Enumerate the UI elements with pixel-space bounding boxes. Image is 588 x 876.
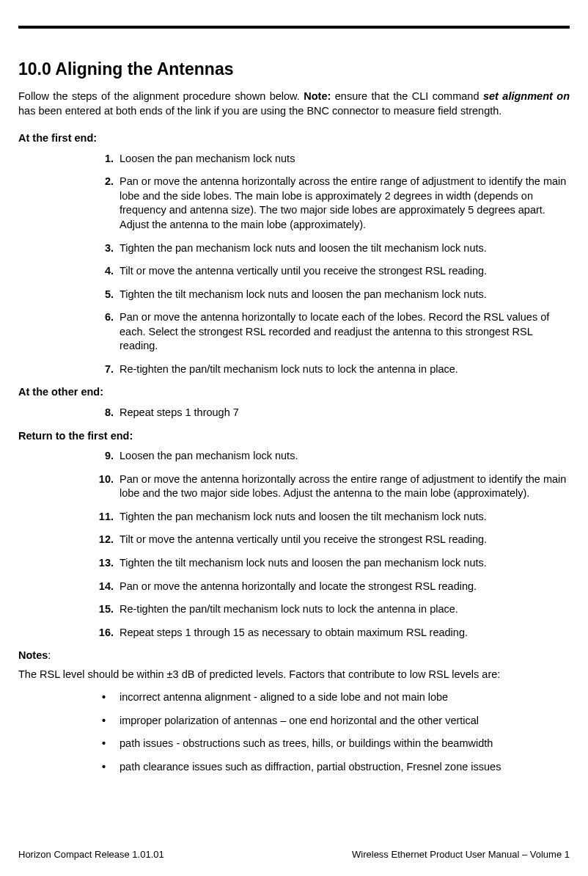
step-text: Tilt or move the antenna vertically unti… [120,533,487,545]
step-15: 15.Re-tighten the pan/tilt mechanism loc… [99,602,570,617]
notes-bullets: incorrect antenna alignment - aligned to… [18,690,570,774]
step-7: 7.Re-tighten the pan/tilt mechanism lock… [99,362,570,377]
step-number: 9. [93,449,114,464]
step-2: 2.Pan or move the antenna horizontally a… [99,175,570,232]
step-text: Pan or move the antenna horizontally acr… [120,175,566,230]
step-text: Repeat steps 1 through 15 as necessary t… [120,627,468,638]
step-5: 5.Tighten the tilt mechanism lock nuts a… [99,288,570,302]
subhead-other-end: At the other end: [18,385,570,400]
step-9: 9.Loosen the pan mechanism lock nuts. [99,449,570,464]
step-3: 3.Tighten the pan mechanism lock nuts an… [99,241,570,256]
step-4: 4.Tilt or move the antenna vertically un… [99,264,570,279]
step-11: 11.Tighten the pan mechanism lock nuts a… [99,510,570,525]
footer-right: Wireless Ethernet Product User Manual – … [352,848,570,861]
steps-return-first: 9.Loosen the pan mechanism lock nuts. 10… [18,449,570,640]
step-text: Tighten the pan mechanism lock nuts and … [120,511,487,522]
notes-colon: : [48,649,51,661]
step-text: Tighten the pan mechanism lock nuts and … [120,242,487,254]
bullet-3: path issues - obstructions such as trees… [99,737,570,751]
bullet-4: path clearance issues such as diffractio… [99,760,570,775]
notes-intro: The RSL level should be within ±3 dB of … [18,668,570,682]
step-text: Loosen the pan mechanism lock nuts. [120,450,298,461]
subhead-first-end: At the first end: [18,131,570,146]
intro-text-b: ensure that the CLI command [331,90,483,102]
step-text: Re-tighten the pan/tilt mechanism lock n… [120,363,458,375]
step-text: Tighten the tilt mechanism lock nuts and… [120,557,487,569]
step-text: Re-tighten the pan/tilt mechanism lock n… [120,603,458,615]
step-text: Tilt or move the antenna vertically unti… [120,265,487,277]
step-number: 11. [93,510,114,525]
step-text: Repeat steps 1 through 7 [120,406,239,418]
page-footer: Horizon Compact Release 1.01.01 Wireless… [18,848,570,861]
bullet-1: incorrect antenna alignment - aligned to… [99,690,570,705]
step-12: 12.Tilt or move the antenna vertically u… [99,533,570,547]
footer-left: Horizon Compact Release 1.01.01 [18,848,164,861]
step-8: 8.Repeat steps 1 through 7 [99,406,570,420]
steps-first-end: 1.Loosen the pan mechanism lock nuts 2.P… [18,152,570,377]
step-number: 13. [93,556,114,571]
cli-command: set alignment on [483,90,570,102]
top-rule [18,26,570,29]
step-14: 14.Pan or move the antenna horizontally … [99,580,570,594]
step-number: 10. [93,472,114,487]
step-number: 16. [93,626,114,640]
step-number: 8. [93,406,114,420]
step-16: 16.Repeat steps 1 through 15 as necessar… [99,626,570,640]
step-text: Loosen the pan mechanism lock nuts [120,153,295,164]
step-number: 7. [93,362,114,377]
step-number: 4. [93,264,114,279]
notes-heading: Notes: [18,649,570,663]
step-text: Pan or move the antenna horizontally acr… [120,473,566,500]
step-number: 2. [93,175,114,189]
bullet-2: improper polarization of antennas – one … [99,714,570,729]
step-number: 14. [93,580,114,594]
note-label: Note: [304,90,331,102]
step-number: 15. [93,602,114,617]
step-13: 13.Tighten the tilt mechanism lock nuts … [99,556,570,571]
step-text: Pan or move the antenna horizontally and… [120,580,477,592]
subhead-return-first: Return to the first end: [18,429,570,444]
step-text: Pan or move the antenna horizontally to … [120,311,549,351]
intro-paragraph: Follow the steps of the alignment proced… [18,90,570,118]
step-text: Tighten the tilt mechanism lock nuts and… [120,288,487,300]
intro-text-c: has been entered at both ends of the lin… [18,105,501,117]
step-6: 6.Pan or move the antenna horizontally t… [99,310,570,354]
step-number: 3. [93,241,114,256]
steps-other-end: 8.Repeat steps 1 through 7 [18,406,570,420]
step-10: 10.Pan or move the antenna horizontally … [99,472,570,501]
page-title: 10.0 Aligning the Antennas [18,58,570,81]
step-number: 5. [93,288,114,302]
intro-text-a: Follow the steps of the alignment proced… [18,90,304,102]
step-number: 6. [93,310,114,325]
step-1: 1.Loosen the pan mechanism lock nuts [99,152,570,167]
step-number: 1. [93,152,114,167]
step-number: 12. [93,533,114,547]
notes-label: Notes [18,649,48,661]
